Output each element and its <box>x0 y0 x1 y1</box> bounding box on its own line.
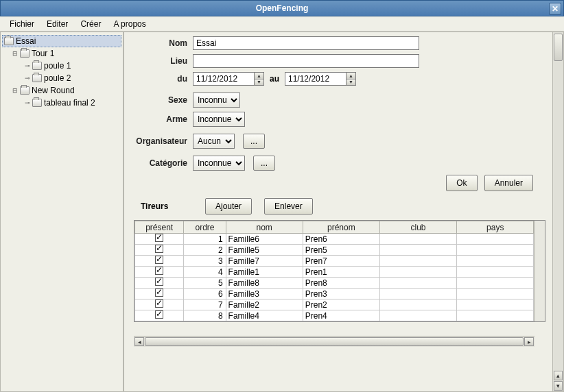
date-to-spinner[interactable]: ▲▼ <box>346 72 356 86</box>
cell-club[interactable] <box>379 310 456 321</box>
collapse-icon[interactable]: ⊟ <box>12 51 18 57</box>
org-select[interactable]: Aucun <box>193 134 235 149</box>
checkbox-icon[interactable] <box>155 289 163 297</box>
org-more-button[interactable]: ... <box>243 134 265 149</box>
checkbox-icon[interactable] <box>155 299 163 308</box>
cell-pays[interactable] <box>457 234 534 245</box>
checkbox-icon[interactable] <box>155 278 163 286</box>
cell-prenom[interactable]: Pren6 <box>303 234 379 245</box>
tree-item-tour1[interactable]: ⊟ Tour 1 <box>2 47 121 60</box>
checkbox-icon[interactable] <box>155 256 163 264</box>
checkbox-icon[interactable] <box>155 245 163 253</box>
cancel-button[interactable]: Annuler <box>484 175 533 191</box>
cell-nom[interactable]: Famille3 <box>226 289 303 299</box>
cell-pays[interactable] <box>457 310 534 321</box>
cell-club[interactable] <box>379 256 456 267</box>
cell-prenom[interactable]: Pren3 <box>303 289 379 299</box>
col-nom[interactable]: nom <box>226 221 303 234</box>
cell-ordre[interactable]: 3 <box>184 256 226 267</box>
lieu-input[interactable] <box>193 54 419 68</box>
close-icon[interactable]: ✕ <box>549 3 561 15</box>
cell-ordre[interactable]: 4 <box>184 267 226 278</box>
col-pays[interactable]: pays <box>457 221 534 234</box>
cell-prenom[interactable]: Pren7 <box>303 256 379 267</box>
checkbox-icon[interactable] <box>155 267 163 275</box>
cat-more-button[interactable]: ... <box>253 156 275 171</box>
vscrollbar[interactable]: ▴ ▾ <box>552 32 563 391</box>
hscrollbar[interactable]: ◂ ▸ <box>134 336 534 347</box>
cell-present[interactable] <box>135 267 184 278</box>
tree-item-poule1[interactable]: ⊸ poule 1 <box>2 60 121 72</box>
cell-ordre[interactable]: 7 <box>184 299 226 310</box>
cell-present[interactable] <box>135 256 184 267</box>
scroll-left-icon[interactable]: ◂ <box>134 337 144 346</box>
hscroll-thumb[interactable] <box>145 337 524 346</box>
table-row[interactable]: 4Famille1Pren1 <box>135 267 534 278</box>
cell-pays[interactable] <box>457 267 534 278</box>
menu-apropos[interactable]: A propos <box>108 18 151 30</box>
table-row[interactable]: 3Famille7Pren7 <box>135 256 534 267</box>
cell-ordre[interactable]: 2 <box>184 245 226 256</box>
add-button[interactable]: Ajouter <box>205 198 252 215</box>
col-prenom[interactable]: prénom <box>303 221 379 234</box>
cell-pays[interactable] <box>457 256 534 267</box>
cell-nom[interactable]: Famille1 <box>226 267 303 278</box>
cell-pays[interactable] <box>457 245 534 256</box>
cell-present[interactable] <box>135 245 184 256</box>
spin-up-icon[interactable]: ▲ <box>346 73 355 79</box>
spin-down-icon[interactable]: ▼ <box>255 79 263 86</box>
cell-club[interactable] <box>379 267 456 278</box>
cell-prenom[interactable]: Pren2 <box>303 299 379 310</box>
spin-up-icon[interactable]: ▲ <box>255 73 263 79</box>
cell-nom[interactable]: Famille6 <box>226 234 303 245</box>
tree-root[interactable]: Essai <box>2 35 121 47</box>
cell-pays[interactable] <box>457 289 534 299</box>
cell-present[interactable] <box>135 299 184 310</box>
cell-prenom[interactable]: Pren8 <box>303 278 379 289</box>
cell-present[interactable] <box>135 234 184 245</box>
cell-ordre[interactable]: 1 <box>184 234 226 245</box>
date-to-input[interactable] <box>285 72 346 86</box>
cell-club[interactable] <box>379 278 456 289</box>
remove-button[interactable]: Enlever <box>264 198 313 215</box>
cell-club[interactable] <box>379 289 456 299</box>
ok-button[interactable]: Ok <box>446 175 477 191</box>
sexe-select[interactable]: Inconnu <box>193 93 240 108</box>
cell-prenom[interactable]: Pren1 <box>303 267 379 278</box>
cell-ordre[interactable]: 6 <box>184 289 226 299</box>
tree-item-tableau[interactable]: ⊸ tableau final 2 <box>2 97 121 109</box>
tree-item-newround[interactable]: ⊟ New Round <box>2 84 121 97</box>
date-from-spinner[interactable]: ▲▼ <box>255 72 264 86</box>
table-row[interactable]: 2Famille5Pren5 <box>135 245 534 256</box>
cell-ordre[interactable]: 5 <box>184 278 226 289</box>
arme-select[interactable]: Inconnue <box>193 112 245 127</box>
col-club[interactable]: club <box>379 221 456 234</box>
cell-nom[interactable]: Famille2 <box>226 299 303 310</box>
cell-club[interactable] <box>379 234 456 245</box>
cell-prenom[interactable]: Pren5 <box>303 245 379 256</box>
spin-down-icon[interactable]: ▼ <box>346 79 355 86</box>
cat-select[interactable]: Inconnue <box>193 156 245 171</box>
date-from-input[interactable] <box>193 72 255 86</box>
menu-creer[interactable]: Créer <box>75 18 106 30</box>
scroll-down-icon[interactable]: ▾ <box>554 381 563 391</box>
cell-present[interactable] <box>135 310 184 321</box>
cell-club[interactable] <box>379 299 456 310</box>
table-vscrollbar[interactable] <box>534 221 545 321</box>
col-ordre[interactable]: ordre <box>184 221 226 234</box>
scroll-up-icon[interactable]: ▴ <box>554 371 563 380</box>
cell-present[interactable] <box>135 289 184 299</box>
cell-prenom[interactable]: Pren4 <box>303 310 379 321</box>
table-row[interactable]: 5Famille8Pren8 <box>135 278 534 289</box>
cell-ordre[interactable]: 8 <box>184 310 226 321</box>
cell-club[interactable] <box>379 245 456 256</box>
collapse-icon[interactable]: ⊟ <box>12 88 18 94</box>
cell-nom[interactable]: Famille5 <box>226 245 303 256</box>
checkbox-icon[interactable] <box>155 310 163 319</box>
cell-nom[interactable]: Famille7 <box>226 256 303 267</box>
checkbox-icon[interactable] <box>155 234 163 242</box>
scroll-right-icon[interactable]: ▸ <box>524 337 534 346</box>
tree-item-poule2[interactable]: ⊸ poule 2 <box>2 72 121 84</box>
vscroll-thumb[interactable] <box>554 34 563 61</box>
cell-nom[interactable]: Famille4 <box>226 310 303 321</box>
